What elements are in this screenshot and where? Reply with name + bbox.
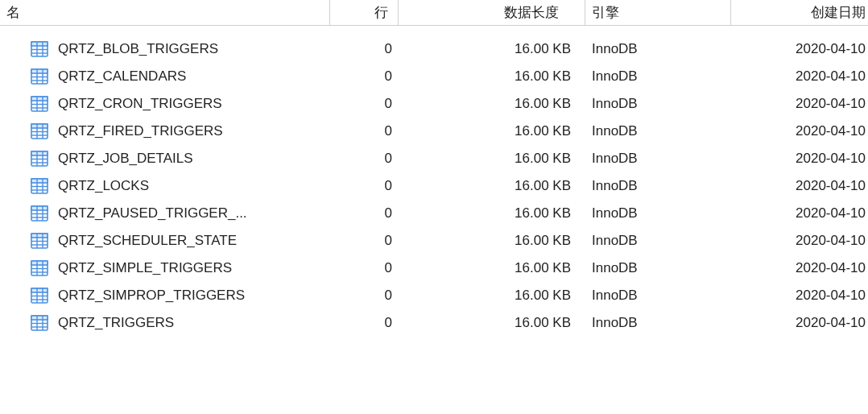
table-icon bbox=[31, 123, 48, 139]
cell-data-length: 16.00 KB bbox=[399, 145, 585, 172]
cell-name[interactable]: QRTZ_PAUSED_TRIGGER_... bbox=[0, 200, 330, 227]
table-row[interactable]: QRTZ_CRON_TRIGGERS016.00 KBInnoDB2020-04… bbox=[0, 90, 868, 118]
cell-data-length: 16.00 KB bbox=[399, 90, 585, 118]
svg-rect-7 bbox=[31, 69, 48, 73]
table-rows-container: QRTZ_BLOB_TRIGGERS016.00 KBInnoDB2020-04… bbox=[0, 35, 868, 337]
table-row[interactable]: QRTZ_PAUSED_TRIGGER_...016.00 KBInnoDB20… bbox=[0, 200, 868, 227]
cell-engine: InnoDB bbox=[585, 90, 730, 118]
table-icon bbox=[31, 178, 48, 194]
table-name-label: QRTZ_FIRED_TRIGGERS bbox=[58, 123, 223, 139]
cell-name[interactable]: QRTZ_JOB_DETAILS bbox=[0, 145, 330, 172]
table-row[interactable]: QRTZ_LOCKS016.00 KBInnoDB2020-04-10 bbox=[0, 172, 868, 200]
table-row[interactable]: QRTZ_SIMPROP_TRIGGERS016.00 KBInnoDB2020… bbox=[0, 282, 868, 309]
cell-engine: InnoDB bbox=[585, 282, 730, 309]
cell-engine: InnoDB bbox=[585, 145, 730, 172]
cell-data-length: 16.00 KB bbox=[399, 35, 585, 63]
header-engine[interactable]: 引擎 bbox=[585, 0, 730, 25]
cell-engine: InnoDB bbox=[585, 118, 730, 145]
cell-name[interactable]: QRTZ_SIMPROP_TRIGGERS bbox=[0, 282, 330, 309]
table-row[interactable]: QRTZ_JOB_DETAILS016.00 KBInnoDB2020-04-1… bbox=[0, 145, 868, 172]
svg-rect-25 bbox=[31, 151, 48, 155]
table-name-label: QRTZ_BLOB_TRIGGERS bbox=[58, 41, 218, 57]
cell-created-date: 2020-04-10 bbox=[730, 90, 866, 118]
table-icon bbox=[31, 315, 48, 331]
table-icon bbox=[31, 205, 48, 221]
cell-data-length: 16.00 KB bbox=[399, 255, 585, 282]
cell-name[interactable]: QRTZ_CALENDARS bbox=[0, 63, 330, 90]
table-row[interactable]: QRTZ_SCHEDULER_STATE016.00 KBInnoDB2020-… bbox=[0, 227, 868, 255]
cell-rows: 0 bbox=[330, 309, 399, 337]
header-data-length[interactable]: 数据长度 bbox=[399, 0, 585, 25]
svg-rect-37 bbox=[31, 206, 48, 210]
cell-rows: 0 bbox=[330, 35, 399, 63]
cell-created-date: 2020-04-10 bbox=[730, 255, 866, 282]
cell-engine: InnoDB bbox=[585, 255, 730, 282]
cell-data-length: 16.00 KB bbox=[399, 172, 585, 200]
cell-created-date: 2020-04-10 bbox=[730, 172, 866, 200]
table-row[interactable]: QRTZ_CALENDARS016.00 KBInnoDB2020-04-10 bbox=[0, 63, 868, 90]
svg-rect-31 bbox=[31, 179, 48, 183]
table-name-label: QRTZ_SIMPROP_TRIGGERS bbox=[58, 288, 245, 304]
table-name-label: QRTZ_LOCKS bbox=[58, 178, 149, 194]
cell-name[interactable]: QRTZ_SIMPLE_TRIGGERS bbox=[0, 255, 330, 282]
table-icon bbox=[31, 233, 48, 249]
cell-rows: 0 bbox=[330, 282, 399, 309]
cell-name[interactable]: QRTZ_SCHEDULER_STATE bbox=[0, 227, 330, 255]
cell-created-date: 2020-04-10 bbox=[730, 145, 866, 172]
cell-name[interactable]: QRTZ_FIRED_TRIGGERS bbox=[0, 118, 330, 145]
header-name[interactable]: 名 bbox=[0, 0, 330, 25]
cell-created-date: 2020-04-10 bbox=[730, 200, 866, 227]
header-rows[interactable]: 行 bbox=[330, 0, 399, 25]
table-header-row: 名 行 数据长度 引擎 创建日期 bbox=[0, 0, 868, 26]
header-created-date[interactable]: 创建日期 bbox=[730, 0, 866, 25]
cell-name[interactable]: QRTZ_CRON_TRIGGERS bbox=[0, 90, 330, 118]
table-name-label: QRTZ_TRIGGERS bbox=[58, 315, 174, 331]
cell-rows: 0 bbox=[330, 118, 399, 145]
table-name-label: QRTZ_CALENDARS bbox=[58, 68, 186, 85]
table-row[interactable]: QRTZ_TRIGGERS016.00 KBInnoDB2020-04-10 bbox=[0, 309, 868, 337]
table-row[interactable]: QRTZ_BLOB_TRIGGERS016.00 KBInnoDB2020-04… bbox=[0, 35, 868, 63]
table-name-label: QRTZ_SCHEDULER_STATE bbox=[58, 233, 237, 249]
cell-engine: InnoDB bbox=[585, 172, 730, 200]
cell-name[interactable]: QRTZ_LOCKS bbox=[0, 172, 330, 200]
cell-created-date: 2020-04-10 bbox=[730, 282, 866, 309]
svg-rect-55 bbox=[31, 288, 48, 292]
table-icon bbox=[31, 260, 48, 276]
table-name-label: QRTZ_JOB_DETAILS bbox=[58, 151, 193, 167]
cell-data-length: 16.00 KB bbox=[399, 63, 585, 90]
cell-rows: 0 bbox=[330, 63, 399, 90]
cell-data-length: 16.00 KB bbox=[399, 282, 585, 309]
cell-engine: InnoDB bbox=[585, 63, 730, 90]
svg-rect-61 bbox=[31, 316, 48, 320]
cell-created-date: 2020-04-10 bbox=[730, 63, 866, 90]
cell-created-date: 2020-04-10 bbox=[730, 309, 866, 337]
cell-engine: InnoDB bbox=[585, 309, 730, 337]
cell-data-length: 16.00 KB bbox=[399, 309, 585, 337]
svg-rect-49 bbox=[31, 261, 48, 265]
table-icon bbox=[31, 151, 48, 167]
cell-created-date: 2020-04-10 bbox=[730, 118, 866, 145]
cell-name[interactable]: QRTZ_BLOB_TRIGGERS bbox=[0, 35, 330, 63]
cell-rows: 0 bbox=[330, 90, 399, 118]
svg-rect-43 bbox=[31, 234, 48, 238]
table-icon bbox=[31, 41, 48, 57]
cell-created-date: 2020-04-10 bbox=[730, 35, 866, 63]
cell-name[interactable]: QRTZ_TRIGGERS bbox=[0, 309, 330, 337]
cell-rows: 0 bbox=[330, 172, 399, 200]
table-row[interactable]: QRTZ_FIRED_TRIGGERS016.00 KBInnoDB2020-0… bbox=[0, 118, 868, 145]
svg-rect-13 bbox=[31, 97, 48, 101]
cell-created-date: 2020-04-10 bbox=[730, 227, 866, 255]
table-name-label: QRTZ_SIMPLE_TRIGGERS bbox=[58, 260, 232, 276]
table-name-label: QRTZ_PAUSED_TRIGGER_... bbox=[58, 205, 247, 221]
table-row[interactable]: QRTZ_SIMPLE_TRIGGERS016.00 KBInnoDB2020-… bbox=[0, 255, 868, 282]
table-icon bbox=[31, 96, 48, 112]
cell-engine: InnoDB bbox=[585, 35, 730, 63]
cell-rows: 0 bbox=[330, 227, 399, 255]
cell-engine: InnoDB bbox=[585, 200, 730, 227]
svg-rect-19 bbox=[31, 124, 48, 128]
cell-rows: 0 bbox=[330, 200, 399, 227]
cell-engine: InnoDB bbox=[585, 227, 730, 255]
table-icon bbox=[31, 68, 48, 85]
table-icon bbox=[31, 288, 48, 304]
cell-data-length: 16.00 KB bbox=[399, 227, 585, 255]
